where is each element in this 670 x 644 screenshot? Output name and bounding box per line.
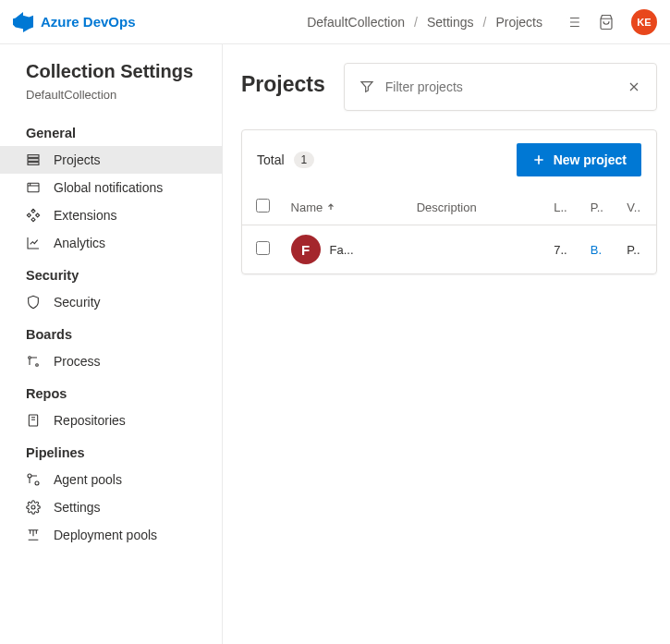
table-row[interactable]: F Fa... 7.. B. P.. xyxy=(242,225,656,274)
svg-rect-3 xyxy=(28,183,39,191)
col-description[interactable]: Description xyxy=(409,189,547,225)
breadcrumb: DefaultCollection / Settings / Projects xyxy=(307,15,542,30)
svg-rect-1 xyxy=(28,159,39,162)
group-repos: Repos xyxy=(0,375,222,407)
svg-point-5 xyxy=(36,364,39,367)
group-general: General xyxy=(0,115,222,146)
filter-box[interactable] xyxy=(344,63,657,111)
sidebar-item-analytics[interactable]: Analytics xyxy=(0,229,222,257)
col-v[interactable]: V.. xyxy=(619,189,656,225)
notifications-icon xyxy=(26,180,41,195)
avatar[interactable]: KE xyxy=(631,9,657,35)
projects-table: Name Description L.. P.. V.. xyxy=(242,189,656,273)
svg-rect-2 xyxy=(28,163,39,165)
sidebar-item-process[interactable]: Process xyxy=(0,347,222,375)
svg-rect-0 xyxy=(28,155,39,158)
sidebar-item-extensions[interactable]: Extensions xyxy=(0,201,222,229)
svg-point-4 xyxy=(29,357,31,359)
svg-point-8 xyxy=(35,481,39,485)
breadcrumb-2[interactable]: Settings xyxy=(427,15,474,30)
new-project-button[interactable]: New project xyxy=(517,143,641,176)
process-icon xyxy=(26,354,41,369)
group-boards: Boards xyxy=(0,316,222,347)
cell-v: P.. xyxy=(619,225,656,274)
sidebar-item-global-notifications[interactable]: Global notifications xyxy=(0,174,222,201)
brand-label: Azure DevOps xyxy=(41,14,136,30)
cell-l: 7.. xyxy=(546,225,583,274)
svg-rect-6 xyxy=(29,415,37,426)
filter-icon xyxy=(359,79,374,94)
sidebar-item-security[interactable]: Security xyxy=(0,288,222,316)
projects-icon xyxy=(26,152,41,167)
repositories-icon xyxy=(26,413,41,428)
total: Total 1 xyxy=(257,152,314,168)
plus-icon xyxy=(531,152,546,167)
select-all-checkbox[interactable] xyxy=(256,199,270,213)
shopping-bag-icon[interactable] xyxy=(598,14,615,30)
breadcrumb-3[interactable]: Projects xyxy=(495,15,542,30)
sidebar-item-agent-pools[interactable]: Agent pools xyxy=(0,466,222,493)
agent-pools-icon xyxy=(26,472,41,487)
col-p[interactable]: P.. xyxy=(583,189,620,225)
close-icon[interactable] xyxy=(627,79,641,94)
deployment-pools-icon xyxy=(26,528,41,542)
shield-icon xyxy=(26,295,41,310)
sidebar-item-repositories[interactable]: Repositories xyxy=(0,407,222,434)
project-avatar: F xyxy=(291,235,321,264)
group-pipelines: Pipelines xyxy=(0,434,222,466)
extensions-icon xyxy=(26,208,41,223)
sort-asc-icon xyxy=(326,202,335,212)
brand[interactable]: Azure DevOps xyxy=(13,12,136,32)
sidebar-item-deployment-pools[interactable]: Deployment pools xyxy=(0,521,222,549)
total-badge: 1 xyxy=(294,152,315,168)
svg-point-7 xyxy=(28,474,31,478)
project-description xyxy=(409,225,547,274)
projects-card: Total 1 New project Name Des xyxy=(241,129,657,274)
sidebar-subtitle: DefaultCollection xyxy=(0,88,222,115)
project-name: Fa... xyxy=(330,243,354,257)
gear-icon xyxy=(26,500,41,515)
list-icon[interactable] xyxy=(565,14,581,30)
page-title: Projects xyxy=(241,63,325,97)
sidebar-title: Collection Settings xyxy=(0,61,222,88)
sidebar: Collection Settings DefaultCollection Ge… xyxy=(0,44,223,644)
svg-point-9 xyxy=(31,505,35,509)
analytics-icon xyxy=(26,236,41,250)
filter-input[interactable] xyxy=(385,79,615,94)
row-checkbox[interactable] xyxy=(256,241,270,255)
cell-p[interactable]: B. xyxy=(583,225,620,274)
group-security: Security xyxy=(0,257,222,288)
sidebar-item-projects[interactable]: Projects xyxy=(0,146,222,174)
breadcrumb-1[interactable]: DefaultCollection xyxy=(307,15,405,30)
azure-devops-icon xyxy=(13,12,33,32)
sidebar-item-settings[interactable]: Settings xyxy=(0,493,222,521)
col-l[interactable]: L.. xyxy=(546,189,583,225)
col-name[interactable]: Name xyxy=(284,189,409,225)
